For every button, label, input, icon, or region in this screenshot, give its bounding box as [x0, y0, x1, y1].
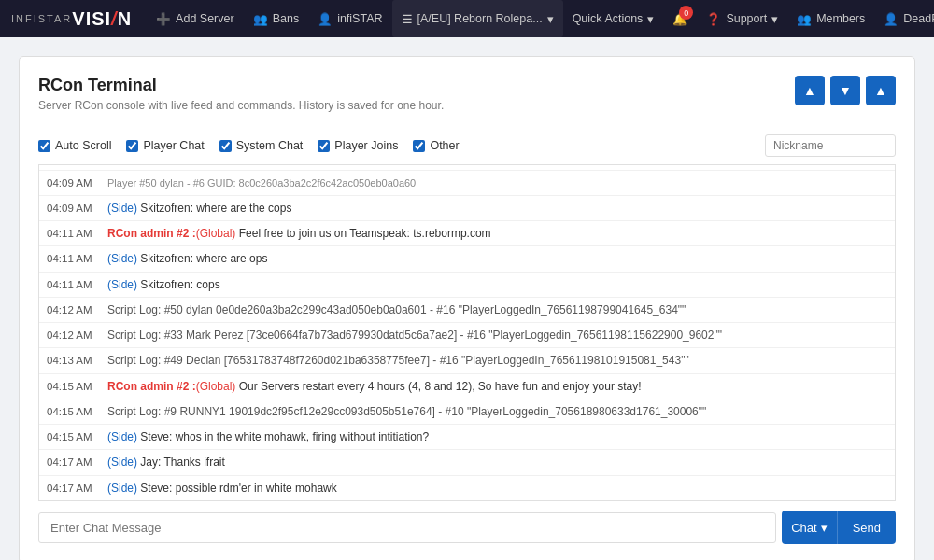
log-row: 04:09 AMPlayer #50 dylan - #6 GUID: 8c0c… [39, 171, 895, 196]
log-message: (Side) Jay: Thanks ifrait [107, 454, 887, 470]
notification-badge: 0 [679, 6, 693, 20]
log-message: Script Log: #49 Declan [76531783748f7260… [107, 352, 887, 369]
scroll-up-button[interactable]: ▲ [866, 76, 896, 105]
chevron-down-icon: ▾ [771, 12, 778, 26]
log-message: RCon admin #2 :(Global) Feel free to joi… [107, 225, 887, 242]
members-nav[interactable]: 👥 Members [787, 0, 874, 37]
log-row: 04:17 AM(Side) Steve: possible rdm'er in… [39, 476, 895, 500]
log-time: 04:17 AM [47, 454, 107, 470]
add-server-nav[interactable]: ➕ Add Server [147, 0, 244, 37]
chat-message-input[interactable] [38, 512, 776, 543]
log-time: 04:12 AM [47, 301, 107, 318]
log-message: (Side) Steve: possible rdm'er in white m… [107, 480, 887, 497]
log-message: (Side) Skitzofren: cops [107, 276, 887, 293]
scroll-down-button[interactable]: ▼ [830, 76, 860, 105]
bans-icon: 👥 [253, 12, 268, 26]
player-joins-checkbox[interactable] [318, 140, 330, 152]
log-time: 04:11 AM [47, 225, 107, 242]
player-chat-checkbox[interactable] [126, 140, 138, 152]
question-icon: ❓ [706, 12, 721, 26]
infistar-icon: 👤 [318, 12, 333, 26]
filter-other[interactable]: Other [413, 139, 459, 152]
send-button[interactable]: Send [837, 511, 896, 544]
log-time: 04:09 AM [47, 165, 107, 166]
bans-nav[interactable]: 👥 Bans [244, 0, 309, 37]
chat-button-group: Chat ▾ Send [782, 511, 896, 544]
log-row: 04:17 AM(Side) Jay: Thanks ifrait [39, 450, 895, 475]
log-message: Player #50 dylan - #6 GUID: 8c0c260a3ba2… [107, 175, 887, 191]
log-time: 04:13 AM [47, 352, 107, 369]
filter-row: Auto Scroll Player Chat System Chat Play… [38, 127, 896, 165]
log-message: (Side) Skitzofren: where are the cops [107, 200, 887, 217]
infistar-nav[interactable]: 👤 infiSTAR [308, 0, 391, 37]
log-container[interactable]: 04:09 AMPlayer #50 dylan (37.228.248.44:… [38, 165, 896, 501]
quick-actions-nav[interactable]: Quick Actions ▾ [563, 0, 664, 37]
other-checkbox[interactable] [413, 140, 425, 152]
chevron-down-icon: ▾ [821, 521, 828, 535]
page-subtitle: Server RCon console with live feed and c… [38, 99, 444, 112]
chevron-down-icon: ▾ [647, 12, 654, 26]
support-nav[interactable]: ❓ Support ▾ [697, 0, 787, 37]
log-time: 04:11 AM [47, 276, 107, 293]
log-row: 04:12 AMScript Log: #50 dylan 0e0de260a3… [39, 298, 895, 323]
system-chat-checkbox[interactable] [219, 140, 232, 152]
terminal-header: RCon Terminal Server RCon console with l… [38, 76, 896, 127]
user-menu[interactable]: 👤 DeadP4xel ▾ [874, 0, 934, 37]
filter-system-chat[interactable]: System Chat [219, 139, 304, 152]
log-time: 04:09 AM [47, 200, 107, 217]
chat-type-dropdown[interactable]: Chat ▾ [782, 511, 836, 544]
log-message: (Side) Steve: whos in the white mohawk, … [107, 428, 887, 445]
page-title: RCon Terminal [38, 76, 444, 95]
log-time: 04:11 AM [47, 250, 107, 267]
log-row: 04:09 AM(Side) Skitzofren: where are the… [39, 196, 895, 221]
log-message: Script Log: #9 RUNNY1 19019dc2f95cf12e29… [107, 403, 887, 420]
log-row: 04:15 AMScript Log: #9 RUNNY1 19019dc2f9… [39, 399, 895, 425]
log-time: 04:12 AM [47, 327, 107, 343]
notifications-button[interactable]: 🔔 0 [663, 0, 697, 37]
filter-player-joins[interactable]: Player Joins [318, 139, 398, 152]
log-row: 04:11 AMRCon admin #2 :(Global) Feel fre… [39, 221, 895, 246]
scroll-buttons: ▲ ▼ ▲ [795, 76, 896, 105]
log-message: (Side) Skitzofren: where are ops [107, 250, 887, 267]
log-message: Script Log: #33 Mark Perez [73ce0664fa7b… [107, 327, 887, 343]
nickname-filter-input[interactable] [765, 134, 896, 157]
logo: infiSTAR VISI/N [11, 8, 132, 30]
user-icon: 👤 [884, 12, 899, 26]
log-time: 04:09 AM [47, 175, 107, 191]
chevron-down-icon: ▾ [547, 12, 554, 26]
log-row: 04:11 AM(Side) Skitzofren: where are ops [39, 246, 895, 272]
log-time: 04:15 AM [47, 428, 107, 445]
plus-icon: ➕ [156, 12, 171, 26]
auto-scroll-checkbox[interactable] [38, 140, 50, 152]
log-message: RCon admin #2 :(Global) Our Servers rest… [107, 378, 887, 395]
scroll-up-top-button[interactable]: ▲ [795, 76, 825, 105]
log-row: 04:11 AM(Side) Skitzofren: cops [39, 273, 895, 298]
log-row: 04:12 AMScript Log: #33 Mark Perez [73ce… [39, 323, 895, 348]
log-time: 04:15 AM [47, 378, 107, 395]
log-row: 04:15 AMRCon admin #2 :(Global) Our Serv… [39, 374, 895, 399]
server-grid-icon: ☰ [402, 12, 413, 26]
members-icon: 👥 [797, 12, 812, 26]
filter-player-chat[interactable]: Player Chat [126, 139, 204, 152]
log-time: 04:15 AM [47, 403, 107, 420]
chat-input-row: Chat ▾ Send [38, 511, 896, 544]
filter-auto-scroll[interactable]: Auto Scroll [38, 139, 111, 152]
rcon-terminal-card: RCon Terminal Server RCon console with l… [19, 56, 915, 560]
log-row: 04:15 AM(Side) Steve: whos in the white … [39, 425, 895, 450]
server-select[interactable]: ☰ [A/EU] Reborn Rolepa... ▾ [392, 0, 563, 37]
log-row: 04:13 AMScript Log: #49 Declan [76531783… [39, 348, 895, 373]
log-message: Script Log: #50 dylan 0e0de260a3ba2c299c… [107, 301, 887, 318]
log-time: 04:17 AM [47, 480, 107, 497]
